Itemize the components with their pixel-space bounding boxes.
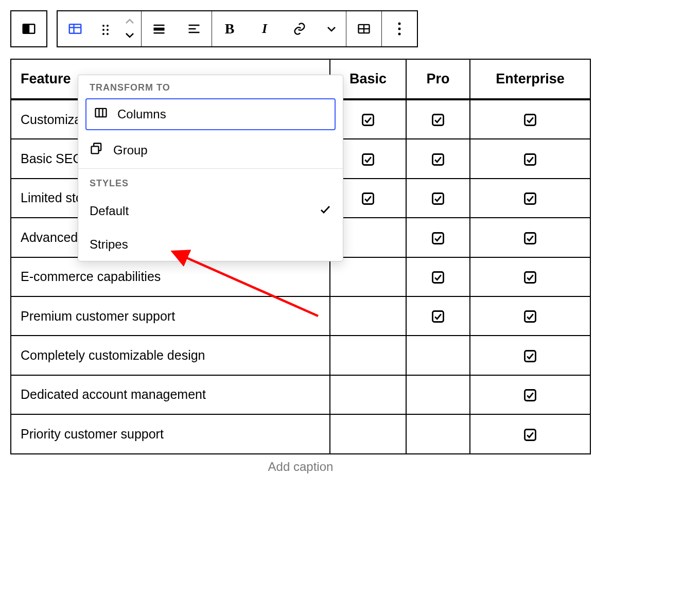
checked-icon <box>431 151 445 165</box>
transform-item-columns[interactable]: Columns <box>85 98 336 130</box>
svg-point-23 <box>398 33 401 36</box>
checked-icon <box>523 230 537 244</box>
pro-cell[interactable] <box>406 296 470 336</box>
checked-icon <box>431 112 445 126</box>
header-pro[interactable]: Pro <box>406 59 470 99</box>
columns-icon <box>21 21 37 37</box>
checked-icon <box>431 308 445 323</box>
svg-rect-39 <box>525 350 536 361</box>
svg-rect-29 <box>525 154 536 165</box>
feature-cell[interactable]: Completely customizable design <box>11 336 330 375</box>
svg-point-21 <box>398 23 401 25</box>
checked-icon <box>523 308 537 323</box>
svg-rect-3 <box>69 24 81 33</box>
caption-input[interactable]: Add caption <box>10 460 591 474</box>
svg-rect-35 <box>433 272 444 283</box>
pro-cell[interactable] <box>406 179 470 218</box>
column-align-button[interactable] <box>177 11 212 46</box>
ent-cell[interactable] <box>470 257 590 296</box>
checked-icon <box>361 151 375 165</box>
feature-cell[interactable]: Dedicated account management <box>11 375 330 414</box>
ent-cell[interactable] <box>470 99 590 139</box>
move-buttons <box>118 11 141 46</box>
checked-icon <box>523 387 537 401</box>
svg-point-6 <box>102 25 104 27</box>
bold-button[interactable]: B <box>212 11 247 46</box>
svg-rect-31 <box>433 194 444 204</box>
checked-icon <box>523 426 537 441</box>
table-icon <box>67 21 83 37</box>
edit-table-icon <box>357 22 371 36</box>
basic-cell[interactable] <box>330 296 406 336</box>
drag-handle-icon <box>100 23 111 35</box>
table-row: Priority customer support <box>11 414 590 453</box>
svg-rect-2 <box>23 24 29 33</box>
pro-cell[interactable] <box>406 336 470 375</box>
feature-cell[interactable]: E-commerce capabilities <box>11 257 330 296</box>
link-button[interactable] <box>282 11 317 46</box>
transform-item-label: Group <box>113 143 148 157</box>
svg-rect-37 <box>433 311 444 322</box>
feature-cell[interactable]: Premium customer support <box>11 296 330 336</box>
more-options-button[interactable] <box>382 11 417 46</box>
checked-icon <box>361 190 375 205</box>
table-row: E-commerce capabilities <box>11 257 590 296</box>
svg-rect-32 <box>525 194 536 204</box>
ent-cell[interactable] <box>470 179 590 218</box>
ent-cell[interactable] <box>470 336 590 375</box>
pro-cell[interactable] <box>406 218 470 257</box>
align-button[interactable] <box>142 11 177 46</box>
checked-icon <box>361 112 375 126</box>
chevron-up-icon[interactable] <box>125 17 134 27</box>
checked-icon <box>431 230 445 244</box>
ent-cell[interactable] <box>470 218 590 257</box>
chevron-down-icon <box>327 26 336 32</box>
checked-icon <box>523 347 537 362</box>
basic-cell[interactable] <box>330 257 406 296</box>
header-ent[interactable]: Enterprise <box>470 59 590 99</box>
checked-icon <box>523 151 537 165</box>
pro-cell[interactable] <box>406 375 470 414</box>
style-item-label: Stripes <box>90 237 128 252</box>
style-stripes[interactable]: Stripes <box>78 228 343 261</box>
parent-block-button[interactable] <box>11 11 46 46</box>
styles-label: STYLES <box>78 171 343 194</box>
align-cell-icon <box>187 22 201 36</box>
basic-cell[interactable] <box>330 336 406 375</box>
svg-point-8 <box>102 29 104 31</box>
edit-table-button[interactable] <box>346 11 381 46</box>
chevron-down-icon[interactable] <box>125 31 134 40</box>
ent-cell[interactable] <box>470 139 590 178</box>
table-row: Premium customer support <box>11 296 590 336</box>
checked-icon <box>523 269 537 284</box>
check-icon <box>319 203 331 219</box>
more-richtext-button[interactable] <box>317 11 346 46</box>
group-icon <box>90 142 104 159</box>
svg-rect-34 <box>525 233 536 243</box>
drag-handle-button[interactable] <box>93 11 118 46</box>
ent-cell[interactable] <box>470 414 590 453</box>
pro-cell[interactable] <box>406 257 470 296</box>
svg-rect-30 <box>363 194 374 204</box>
italic-button[interactable]: I <box>247 11 282 46</box>
pro-cell[interactable] <box>406 414 470 453</box>
pro-cell[interactable] <box>406 99 470 139</box>
svg-rect-42 <box>96 109 107 117</box>
basic-cell[interactable] <box>330 375 406 414</box>
svg-rect-26 <box>525 115 536 126</box>
pro-cell[interactable] <box>406 139 470 178</box>
style-default[interactable]: Default <box>78 194 343 228</box>
svg-rect-28 <box>433 154 444 165</box>
svg-rect-33 <box>433 233 444 243</box>
svg-rect-41 <box>525 429 536 440</box>
basic-cell[interactable] <box>330 414 406 453</box>
svg-rect-27 <box>363 154 374 165</box>
block-type-button[interactable] <box>58 11 93 46</box>
ent-cell[interactable] <box>470 296 590 336</box>
transform-item-group[interactable]: Group <box>78 134 343 166</box>
align-full-icon <box>152 22 166 36</box>
ent-cell[interactable] <box>470 375 590 414</box>
feature-cell[interactable]: Priority customer support <box>11 414 330 453</box>
svg-rect-24 <box>363 115 374 126</box>
transform-label: TRANSFORM TO <box>78 75 343 98</box>
